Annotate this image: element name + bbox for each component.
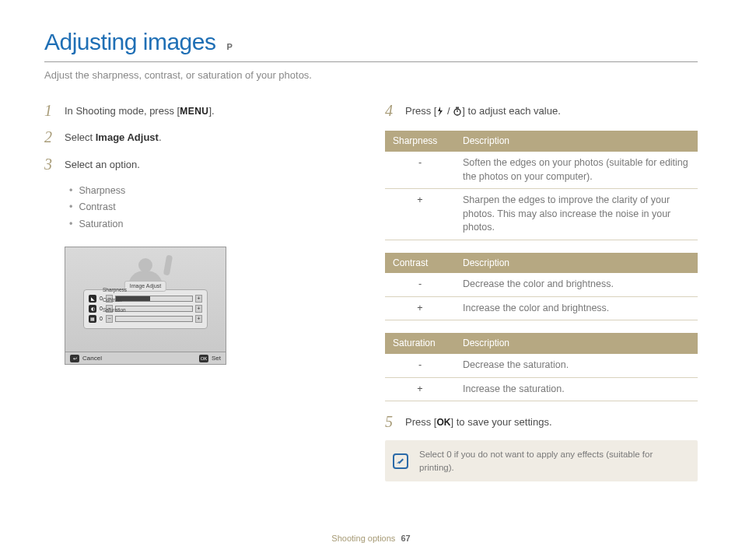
table-row: - Soften the edges on your photos (suita… [385,152,698,189]
contrast-icon: ◐ [89,305,96,313]
step-number: 2 [44,129,57,145]
ok-icon: OK [199,355,208,362]
saturation-icon: ▦ [89,315,96,323]
saturation-table: Saturation Description - Decrease the sa… [385,333,698,401]
cell-val: Decrease the color and brightness. [455,273,698,296]
sharpness-table: Sharpness Description - Soften the edges… [385,131,698,240]
th: Description [455,253,698,274]
cell-val: Sharpen the edges to improve the clarity… [455,189,698,240]
table-row: - Decrease the color and brightness. [385,273,698,296]
text: ] to save your settings. [450,416,551,428]
right-column: 4 Press [ / ] to adjust each value. Shar… [385,103,698,481]
step-text: Press [OK] to save your settings. [405,414,552,429]
th: Description [455,131,698,152]
slider-track [115,296,193,302]
cell-key: - [385,354,455,377]
table-row: + Increase the saturation. [385,377,698,401]
step-4: 4 Press [ / ] to adjust each value. [385,103,698,120]
table-header: Saturation Description [385,333,698,354]
image-adjust-label: Image Adjust [96,131,159,143]
table-header: Sharpness Description [385,131,698,152]
page-number: 67 [401,534,410,543]
camera-screen-illustration: Image Adjust Sharpness ◣ 0 − + Contrast … [65,247,226,365]
th: Sharpness [385,131,455,152]
cancel-hint: ↩ Cancel [65,354,107,362]
step-1: 1 In Shooting mode, press [MENU]. [44,103,340,118]
list-item: Contrast [69,199,340,216]
text: In Shooting mode, press [ [65,105,180,117]
list-item: Saturation [69,216,340,233]
cell-key: + [385,377,455,401]
value-zero: 0 [99,315,103,323]
step-3: 3 Select an option. [44,156,340,172]
slider-track [115,316,193,322]
cell-val: Decrease the saturation. [455,354,698,377]
menu-button-label: MENU [180,106,208,117]
step-number: 1 [44,103,57,118]
note-box: Select 0 if you do not want to apply any… [385,440,698,481]
cell-key: + [385,189,455,240]
step-text: Select an option. [65,156,140,172]
back-icon: ↩ [70,355,79,362]
step-2: 2 Select Image Adjust. [44,129,340,145]
step-number: 5 [385,414,397,429]
step-text: Press [ / ] to adjust each value. [405,103,561,120]
footer-section: Shooting options [331,534,395,543]
page-header: Adjusting images P [44,26,698,58]
step-5: 5 Press [OK] to save your settings. [385,414,698,429]
cell-val: Soften the edges on your photos (suitabl… [455,152,698,189]
text: Select [65,131,96,143]
slider-label: Contrast [103,296,122,303]
page-footer: Shooting options 67 [0,533,742,544]
cell-key: - [385,152,455,189]
table-header: Contrast Description [385,253,698,274]
minus-cap: − [106,315,113,323]
set-label: Set [212,354,221,362]
slider-label: Saturation [103,306,126,313]
th: Saturation [385,333,455,354]
cell-key: + [385,296,455,320]
mode-badge: P [226,41,233,53]
th: Description [455,333,698,354]
timer-icon [453,106,462,120]
text: Press [ [405,105,436,117]
cell-val: Increase the color and brightness. [455,296,698,320]
note-icon [393,453,408,469]
text: . [159,131,162,143]
cell-key: - [385,273,455,296]
ok-button-label: OK [436,417,450,428]
sharpness-icon: ◣ [89,295,96,303]
step-number: 3 [44,156,57,172]
panel-title: Image Adjust [124,281,166,292]
note-text: Select 0 if you do not want to apply any… [419,450,653,471]
table-row: + Increase the color and brightness. [385,296,698,320]
plus-cap: + [195,305,202,313]
text: ]. [209,105,215,117]
step-text: In Shooting mode, press [MENU]. [65,103,215,118]
cell-val: Increase the saturation. [455,377,698,401]
page-subtitle: Adjust the sharpness, contrast, or satur… [44,68,698,82]
saturation-slider: ▦ 0 − + [89,315,202,323]
cancel-label: Cancel [82,354,102,362]
left-column: 1 In Shooting mode, press [MENU]. 2 Sele… [44,103,340,481]
slider-track [115,306,193,312]
screen-bottom-bar: ↩ Cancel OK Set [65,352,226,364]
table-row: - Decrease the saturation. [385,354,698,377]
slider-label: Sharpness [103,286,127,293]
option-list: Sharpness Contrast Saturation [69,183,340,233]
list-item: Sharpness [69,183,340,200]
text: ] to adjust each value. [462,105,560,117]
header-rule [44,61,698,62]
th: Contrast [385,253,455,274]
text: Press [ [405,416,436,428]
page-title: Adjusting images [44,26,215,58]
set-hint: OK Set [194,354,226,362]
step-text: Select Image Adjust. [65,129,162,145]
table-row: + Sharpen the edges to improve the clari… [385,189,698,240]
image-adjust-panel: Image Adjust Sharpness ◣ 0 − + Contrast … [83,289,208,329]
plus-cap: + [195,295,202,303]
slash: / [444,105,453,117]
plus-cap: + [195,315,202,323]
step-number: 4 [385,103,397,118]
flash-icon [436,106,444,120]
